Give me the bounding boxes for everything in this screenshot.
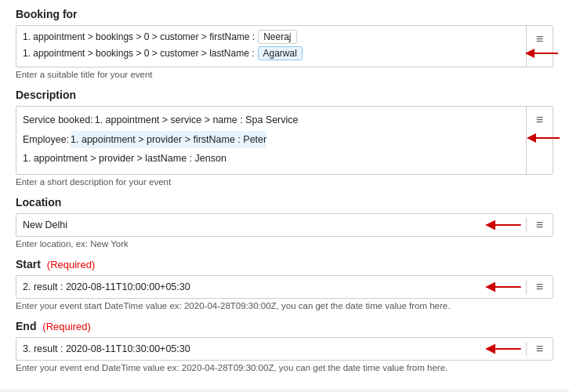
- desc-label-2: Employee:: [23, 131, 69, 149]
- booking-for-section: Booking for 1. appointment > bookings > …: [16, 8, 553, 79]
- description-hint: Enter a short description for your event: [16, 177, 553, 187]
- description-section: Description Service booked: 1. appointme…: [16, 89, 553, 187]
- booking-tag-1[interactable]: Neeraj: [258, 30, 296, 44]
- booking-for-label: Booking for: [16, 8, 553, 20]
- location-menu-icon[interactable]: ≡: [526, 218, 553, 232]
- end-menu-icon[interactable]: ≡: [526, 342, 553, 356]
- location-hint: Enter location, ex: New York: [16, 239, 553, 249]
- start-menu-icon[interactable]: ≡: [526, 280, 553, 294]
- start-red-arrow: [484, 280, 524, 294]
- start-label: Start (Required): [16, 258, 553, 270]
- desc-line-3: 1. appointment > provider > lastName : J…: [23, 150, 520, 168]
- location-red-arrow: [484, 218, 524, 232]
- location-label: Location: [16, 196, 553, 209]
- booking-tag-2[interactable]: Agarwal: [258, 46, 303, 60]
- start-section: Start (Required) 2. result : 2020-08-11T…: [16, 258, 553, 310]
- booking-red-arrow: [524, 46, 561, 60]
- end-required: (Required): [42, 321, 90, 332]
- description-label: Description: [16, 89, 553, 101]
- description-content: Service booked: 1. appointment > service…: [16, 107, 526, 174]
- desc-label-1: Service booked:: [23, 111, 93, 129]
- booking-for-input-row: 1. appointment > bookings > 0 > customer…: [16, 25, 553, 67]
- location-input-row: New Delhi ≡: [16, 213, 553, 237]
- desc-tag-2[interactable]: 1. appointment > provider > firstName : …: [71, 131, 266, 149]
- booking-line-1: 1. appointment > bookings > 0 > customer…: [23, 30, 520, 44]
- start-input-row: 2. result : 2020-08-11T10:00:00+05:30 ≡: [16, 275, 553, 299]
- end-input-row: 3. result : 2020-08-11T10:30:00+05:30 ≡: [16, 337, 553, 361]
- description-input-row: Service booked: 1. appointment > service…: [16, 106, 553, 175]
- desc-line-2: Employee: 1. appointment > provider > fi…: [23, 131, 520, 149]
- end-label: End (Required): [16, 320, 553, 332]
- hamburger-icon-5: ≡: [536, 342, 543, 356]
- location-section: Location New Delhi ≡ Enter location, ex:…: [16, 196, 553, 249]
- end-value[interactable]: 3. result : 2020-08-11T10:30:00+05:30: [16, 338, 484, 360]
- booking-line-2-prefix: 1. appointment > bookings > 0 > customer…: [23, 48, 255, 59]
- end-hint: Enter your event end DateTime value ex: …: [16, 363, 553, 372]
- desc-red-arrow: [525, 131, 563, 145]
- hamburger-icon-3: ≡: [536, 218, 543, 232]
- end-red-arrow: [484, 342, 524, 356]
- end-section: End (Required) 3. result : 2020-08-11T10…: [16, 320, 553, 372]
- booking-line-1-prefix: 1. appointment > bookings > 0 > customer…: [23, 31, 255, 42]
- start-value[interactable]: 2. result : 2020-08-11T10:00:00+05:30: [16, 276, 484, 298]
- desc-tag-3[interactable]: 1. appointment > provider > lastName : J…: [23, 150, 227, 168]
- main-container: Booking for 1. appointment > bookings > …: [0, 0, 569, 390]
- start-hint: Enter your event start DateTime value ex…: [16, 301, 553, 310]
- booking-for-content: 1. appointment > bookings > 0 > customer…: [16, 26, 526, 67]
- booking-line-2: 1. appointment > bookings > 0 > customer…: [23, 46, 520, 60]
- start-required: (Required): [47, 259, 95, 270]
- location-value[interactable]: New Delhi: [16, 214, 484, 236]
- desc-tag-1[interactable]: 1. appointment > service > name : Spa Se…: [95, 111, 299, 129]
- hamburger-icon-2: ≡: [536, 113, 543, 127]
- hamburger-icon: ≡: [536, 32, 543, 46]
- booking-for-hint: Enter a suitable title for your event: [16, 70, 553, 79]
- desc-line-1: Service booked: 1. appointment > service…: [23, 111, 520, 129]
- hamburger-icon-4: ≡: [536, 280, 543, 294]
